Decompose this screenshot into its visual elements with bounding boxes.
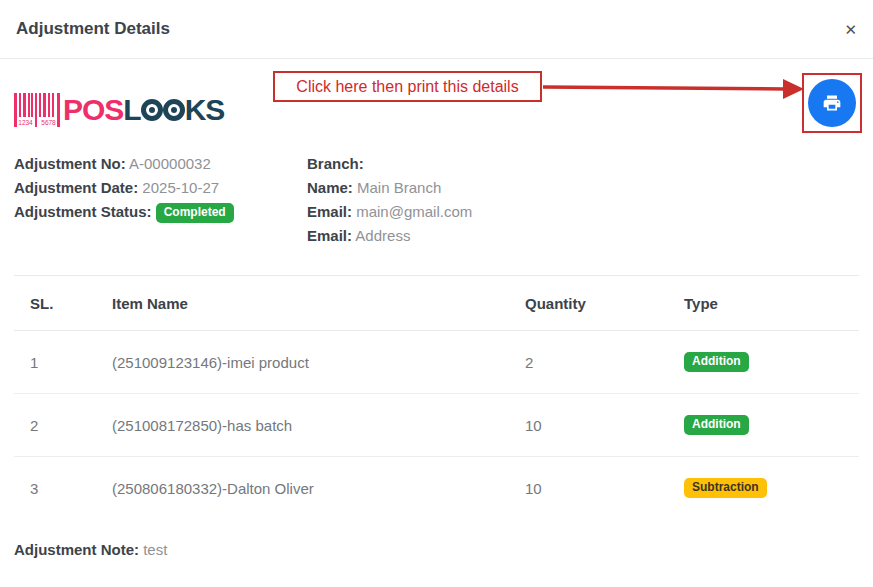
adjustment-date-row: Adjustment Date: 2025-10-27 [14,176,307,200]
cell-item-name: (251008172850)-has batch [112,394,525,457]
adjustment-note-label: Adjustment Note: [14,541,139,558]
cell-sl: 1 [14,331,112,394]
cell-sl: 2 [14,394,112,457]
type-badge: Addition [684,415,749,435]
type-badge: Addition [684,352,749,372]
branch-name-label: Name: [307,179,353,196]
modal-title: Adjustment Details [16,19,170,39]
modal-header: Adjustment Details ✕ [0,0,873,59]
adjustment-date-value: 2025-10-27 [142,179,219,196]
branch-info-column: Branch: Name: Main Branch Email: main@gm… [307,152,472,248]
annotation-callout: Click here then print this details [273,71,542,102]
logo-text: POSLKS [63,95,224,125]
modal-body: 1234 5678 POSLKS Adjustment No: A-000000… [0,71,873,558]
adjustment-note-row: Adjustment Note: test [14,541,859,558]
logo-o-icon [163,99,185,121]
print-button[interactable] [808,79,856,127]
type-badge: Subtraction [684,478,767,498]
printer-icon [822,93,842,113]
barcode-digits-right: 5678 [41,119,56,126]
items-table-head: SL. Item Name Quantity Type [14,276,859,331]
cell-quantity: 10 [525,394,684,457]
branch-email-label: Email: [307,203,352,220]
logo-l: L [123,95,140,125]
adjustment-status-row: Adjustment Status: Completed [14,200,307,224]
branch-name-value: Main Branch [357,179,441,196]
branch-address-label: Email: [307,227,352,244]
header-type: Type [684,276,859,331]
header-quantity: Quantity [525,276,684,331]
cell-item-name: (250806180332)-Dalton Oliver [112,457,525,520]
table-row: 2 (251008172850)-has batch 10 Addition [14,394,859,457]
items-table: SL. Item Name Quantity Type 1 (251009123… [14,275,859,519]
cell-type: Subtraction [684,457,859,520]
adjustment-no-label: Adjustment No: [14,155,126,172]
cell-quantity: 10 [525,457,684,520]
cell-quantity: 2 [525,331,684,394]
cell-type: Addition [684,394,859,457]
logo-o-icon [141,99,163,121]
poslooks-logo: 1234 5678 POSLKS [14,93,224,127]
branch-label: Branch: [307,155,364,172]
branch-email-row: Email: main@gmail.com [307,200,472,224]
adjustment-details-modal: Adjustment Details ✕ [0,0,873,587]
status-badge: Completed [156,203,234,223]
logo-ks: KS [185,95,225,125]
header-item-name: Item Name [112,276,525,331]
branch-address-value: Address [355,227,410,244]
adjustment-no-row: Adjustment No: A-00000032 [14,152,307,176]
branch-address-row: Email: Address [307,224,472,248]
table-row: 3 (250806180332)-Dalton Oliver 10 Subtra… [14,457,859,520]
branch-header-row: Branch: [307,152,472,176]
branch-email-value: main@gmail.com [356,203,472,220]
table-header-row: SL. Item Name Quantity Type [14,276,859,331]
branch-name-row: Name: Main Branch [307,176,472,200]
close-icon[interactable]: ✕ [844,22,857,37]
adjustment-note-value: test [143,541,167,558]
table-row: 1 (251009123146)-imei product 2 Addition [14,331,859,394]
info-section: Adjustment No: A-00000032 Adjustment Dat… [14,152,859,248]
barcode-digits-left: 1234 [18,119,33,126]
logo-pos: POS [63,95,123,125]
adjustment-status-label: Adjustment Status: [14,203,152,220]
adjustment-date-label: Adjustment Date: [14,179,138,196]
items-table-body: 1 (251009123146)-imei product 2 Addition… [14,331,859,520]
header-sl: SL. [14,276,112,331]
adjustment-no-value: A-00000032 [129,155,211,172]
adjustment-info-column: Adjustment No: A-00000032 Adjustment Dat… [14,152,307,248]
barcode-icon: 1234 5678 [14,93,60,127]
cell-sl: 3 [14,457,112,520]
print-button-highlight-frame [802,73,862,133]
cell-item-name: (251009123146)-imei product [112,331,525,394]
cell-type: Addition [684,331,859,394]
